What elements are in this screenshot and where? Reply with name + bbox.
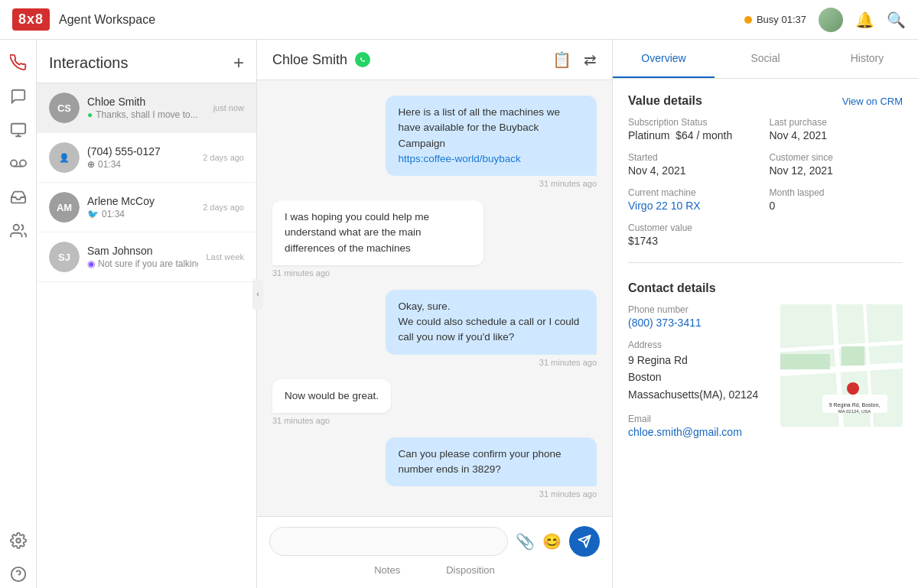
- email-label: Email: [628, 414, 771, 424]
- value-details-section: Value details View on CRM Subscription S…: [628, 94, 903, 247]
- topbar-right: Busy 01:37 🔔 🔍: [744, 8, 906, 32]
- chat-input-area: 📎 😊 Notes Disposition: [257, 516, 612, 588]
- attach-icon[interactable]: 📎: [516, 532, 535, 551]
- section-title: Contact details: [628, 281, 716, 295]
- nav-phone-icon[interactable]: [5, 49, 32, 76]
- nav-contacts-icon[interactable]: [5, 217, 32, 245]
- address-value: 9 Regina RdBostonMassachusetts(MA), 0212…: [628, 352, 771, 403]
- send-button[interactable]: [569, 526, 600, 557]
- nav-inbox-icon[interactable]: [5, 184, 32, 211]
- detail-item: Customer value $1743: [628, 223, 762, 247]
- interaction-preview: ⊕ 01:34: [87, 159, 195, 170]
- nav-settings-icon[interactable]: [5, 527, 32, 554]
- interaction-name: (704) 555-0127: [87, 145, 195, 158]
- message-link[interactable]: https:coffee-world/buyback: [398, 153, 520, 164]
- interaction-name: Chloe Smith: [87, 96, 206, 108]
- message-row: Here is a list of all the machines we ha…: [272, 96, 597, 188]
- detail-label: Customer value: [628, 223, 762, 233]
- tab-overview[interactable]: Overview: [613, 40, 715, 78]
- email-value[interactable]: chloe.smith@gmail.com: [628, 426, 771, 438]
- interaction-info: Sam Johnson ◉ Not sure if you are talkin…: [87, 245, 198, 269]
- right-panel: Overview Social History Value details Vi…: [612, 40, 918, 588]
- interaction-preview: ◉ Not sure if you are talking...: [87, 258, 198, 269]
- disposition-tab[interactable]: Disposition: [446, 564, 495, 576]
- interaction-name: Arlene McCoy: [87, 195, 195, 207]
- detail-value: Platinum $64 / month: [628, 129, 762, 141]
- detail-item: Current machine Virgo 22 10 RX: [628, 187, 762, 212]
- avatar: SJ: [49, 242, 80, 272]
- interactions-header: Interactions +: [37, 40, 256, 83]
- avatar: CS: [49, 93, 80, 123]
- nav-help-icon[interactable]: [5, 560, 32, 588]
- message-time: 31 minutes ago: [272, 268, 330, 278]
- chat-footer-tabs: Notes Disposition: [269, 557, 600, 579]
- search-icon[interactable]: 🔍: [887, 11, 906, 29]
- svg-rect-15: [780, 354, 830, 369]
- svg-point-2: [19, 160, 25, 166]
- emoji-icon[interactable]: 😊: [542, 532, 562, 551]
- detail-label: Month lasped: [770, 187, 903, 198]
- address-label: Address: [628, 339, 771, 350]
- interaction-time: Last week: [206, 252, 244, 262]
- message-bubble: Can you please confirm your phone number…: [386, 437, 597, 487]
- detail-item: Started Nov 4, 2021: [628, 152, 762, 177]
- right-tabs: Overview Social History: [613, 40, 918, 79]
- interaction-info: (704) 555-0127 ⊕ 01:34: [87, 145, 195, 170]
- avatar[interactable]: [819, 8, 843, 32]
- detail-label: Last purchase: [770, 117, 903, 128]
- chat-input[interactable]: [269, 527, 508, 556]
- detail-value: Nov 4, 2021: [770, 129, 903, 141]
- interaction-item[interactable]: CS Chloe Smith ● Thanks, shall I move to…: [37, 83, 256, 133]
- view-crm-link[interactable]: View on CRM: [842, 96, 903, 107]
- interactions-title: Interactions: [49, 54, 128, 72]
- interaction-preview: ● Thanks, shall I move to...: [87, 109, 206, 120]
- section-header: Value details View on CRM: [628, 94, 903, 108]
- avatar: 👤: [49, 142, 80, 173]
- chat-input-row: 📎 😊: [269, 526, 600, 557]
- transfer-icon[interactable]: ⇄: [584, 50, 597, 69]
- detail-value-link[interactable]: Virgo 22 10 RX: [628, 200, 762, 212]
- message-bubble: Okay, sure.We could also schedule a call…: [386, 290, 597, 355]
- detail-label: Subscription Status: [628, 117, 762, 128]
- svg-text:9 Regina Rd, Boston,: 9 Regina Rd, Boston,: [829, 402, 881, 408]
- chat-contact-name: Chloe Smith: [272, 52, 347, 68]
- message-row: Can you please confirm your phone number…: [272, 437, 597, 499]
- interaction-time: 2 days ago: [203, 153, 244, 162]
- add-interaction-button[interactable]: +: [233, 52, 244, 73]
- phone-field: Phone number (800) 373-3411: [628, 304, 771, 329]
- avatar-image: [819, 8, 843, 32]
- notifications-icon[interactable]: 🔔: [855, 11, 874, 29]
- contact-details-section: Contact details Phone number (800) 373-3…: [628, 281, 903, 438]
- interaction-item[interactable]: 👤 (704) 555-0127 ⊕ 01:34 2 days ago: [37, 133, 256, 183]
- interaction-item[interactable]: SJ Sam Johnson ◉ Not sure if you are tal…: [37, 232, 256, 282]
- interactions-panel: Interactions + CS Chloe Smith ● Thanks, …: [37, 40, 257, 588]
- detail-value: $1743: [628, 235, 762, 247]
- notes-tab[interactable]: Notes: [374, 564, 400, 576]
- collapse-button[interactable]: ‹: [252, 279, 263, 310]
- detail-item: Subscription Status Platinum $64 / month: [628, 117, 762, 141]
- tab-social[interactable]: Social: [715, 40, 816, 78]
- logo: 8x8: [12, 8, 50, 31]
- topbar: 8x8 Agent Workspace Busy 01:37 🔔 🔍: [0, 0, 918, 40]
- detail-value: 0: [770, 200, 903, 212]
- interaction-info: Chloe Smith ● Thanks, shall I move to...: [87, 96, 206, 120]
- status-dot: [744, 16, 752, 24]
- transcript-icon[interactable]: 📋: [552, 50, 571, 69]
- nav-video-icon[interactable]: [5, 116, 32, 144]
- tab-history[interactable]: History: [816, 40, 918, 78]
- nav-chat-icon[interactable]: [5, 83, 32, 110]
- svg-rect-0: [11, 124, 24, 134]
- message-time: 31 minutes ago: [272, 416, 330, 425]
- interaction-time: 2 days ago: [203, 203, 244, 212]
- contact-info: Phone number (800) 373-3411 Address 9 Re…: [628, 304, 771, 438]
- interaction-item[interactable]: AM Arlene McCoy 🐦 01:34 2 days ago: [37, 183, 256, 232]
- whatsapp-badge: [355, 52, 370, 67]
- interaction-preview: 🐦 01:34: [87, 209, 195, 219]
- svg-rect-14: [842, 346, 864, 365]
- contact-layout: Phone number (800) 373-3411 Address 9 Re…: [628, 304, 903, 438]
- nav-voicemail-icon[interactable]: [5, 150, 32, 177]
- message-bubble: I was hoping you could help me understan…: [272, 200, 483, 265]
- detail-item: Customer since Nov 12, 2021: [770, 152, 903, 177]
- section-header: Contact details: [628, 281, 903, 295]
- phone-value[interactable]: (800) 373-3411: [628, 317, 771, 329]
